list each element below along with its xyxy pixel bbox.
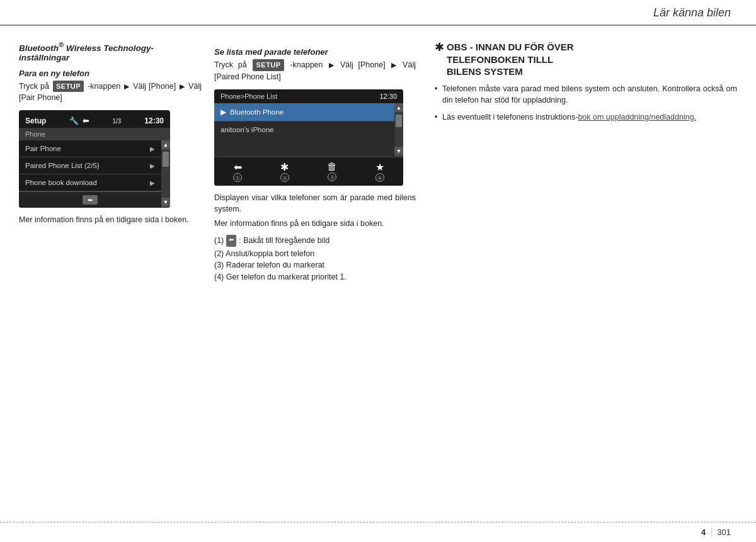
main-content: Bluetooth® Wireless Technology-inställni… <box>0 26 756 296</box>
scrollbar-thumb-mid <box>396 115 402 127</box>
scrollbar-mid: ▲ ▼ <box>394 103 403 157</box>
display-time-mid: 12:30 <box>379 93 397 100</box>
footer-page-info: 4 ┊ 301 <box>701 528 731 537</box>
btn-bluetooth[interactable]: ✱ ② <box>280 161 289 182</box>
display-back-row: ⬅ <box>19 191 161 208</box>
delete-icon: 🗑 <box>327 161 337 172</box>
row-iphone-label: anitoon's iPhone <box>220 126 274 133</box>
play-icon: ▶ <box>220 108 226 116</box>
setup-badge-left: SETUP <box>53 81 84 93</box>
col-right: ✱ OBS - INNAN DU FÖR ÖVER TELEFONBOKEN T… <box>428 41 737 283</box>
row-bluetooth-label: Bluetooth Phone <box>230 108 284 116</box>
mid-desc1-text: Displayen visar vilka telefoner som är p… <box>214 193 416 214</box>
row-arrow-phonebook: ▶ <box>150 179 155 186</box>
display-icons: 🔧 ⬅ <box>69 116 89 125</box>
col-left: Bluetooth® Wireless Technology-inställni… <box>19 41 214 283</box>
item-1: (1) ⬅ : Bakåt till föregående bild <box>214 235 416 247</box>
left-more-info: Mer information finns på en tidigare sid… <box>19 214 202 226</box>
obs-title: OBS - INNAN DU FÖR ÖVER TELEFONBOKEN TIL… <box>447 41 574 78</box>
item-1-text: : Bakåt till föregående bild <box>239 235 329 247</box>
mid-instr-mid: -knappen <box>290 60 328 69</box>
obs-bullet-2: Läs eventuellt i telefonens instruktions… <box>435 111 737 123</box>
obs-bullet-1: Telefonen måste vara parad med bilens sy… <box>435 83 737 107</box>
display-row-pair-phone: Pair Phone ▶ <box>19 140 161 157</box>
scrollbar-left: ▲ ▼ <box>161 140 170 208</box>
obs-title-line2: TELEFONBOKEN TILLL <box>447 54 574 66</box>
row-label-phonebook: Phone book download <box>25 179 97 186</box>
display-header-left: Setup 🔧 ⬅ 1/3 12:30 <box>19 114 170 128</box>
btn-num-3: ③ <box>328 172 336 181</box>
display-mid-rows: ▶ Bluetooth Phone anitoon's iPhone <box>214 103 394 157</box>
display-inner-left: Pair Phone ▶ Paired Phone List (2/5) ▶ P… <box>19 140 170 208</box>
btn-delete[interactable]: 🗑 ③ <box>327 161 337 182</box>
back-icon-btn: ⬅ <box>234 161 242 173</box>
back-button-display[interactable]: ⬅ <box>83 195 98 205</box>
bluetooth-icon: ✱ <box>280 161 289 173</box>
item-2: (2) Anslut/koppla bort telefon <box>214 248 416 260</box>
left-instruction: Tryck på SETUP -knappen ▶ Välj [Phone] ▶… <box>19 81 202 104</box>
display-rows: Pair Phone ▶ Paired Phone List (2/5) ▶ P… <box>19 140 161 208</box>
back-icon-header: ⬅ <box>83 116 89 125</box>
scroll-down-left[interactable]: ▼ <box>161 198 170 206</box>
bluetooth-text: Bluetooth <box>19 43 59 53</box>
subsection-title-para: Para en ny telefon <box>19 69 202 78</box>
mid-desc2: Mer information finns på en tidigare sid… <box>214 218 416 230</box>
display-label: Phone <box>19 128 170 140</box>
row-label-paired: Paired Phone List (2/5) <box>25 162 100 169</box>
display-bottom-buttons: ⬅ ① ✱ ② 🗑 ③ ★ ④ <box>214 157 403 186</box>
star-icon: ★ <box>375 161 384 173</box>
display-row-phonebook: Phone book download ▶ <box>19 174 161 191</box>
display-page: 1/3 <box>112 118 121 125</box>
scroll-up-mid[interactable]: ▲ <box>394 103 403 112</box>
mid-section-title: Se lista med parade telefoner <box>214 47 416 57</box>
mid-arrow-2: ▶ <box>391 60 396 71</box>
obs-title-line1: OBS - INNAN DU FÖR ÖVER <box>447 41 574 54</box>
display-row-paired-list: Paired Phone List (2/5) ▶ <box>19 157 161 174</box>
footer-divider: ┊ <box>709 528 714 537</box>
arrow-icon-2: ▶ <box>180 81 185 92</box>
header-title: Lär känna bilen <box>653 6 731 20</box>
page-footer: 4 ┊ 301 <box>0 522 756 542</box>
footer-section: 4 <box>701 528 706 537</box>
mid-instr-post: Välj [Phone] <box>340 60 390 69</box>
item-3: (3) Raderar telefon du markerat <box>214 259 416 271</box>
item-1-num: (1) <box>214 235 224 247</box>
setup-badge-mid: SETUP <box>253 59 284 71</box>
instr-pre: Tryck på <box>19 82 49 91</box>
page-header: Lär känna bilen <box>0 0 756 26</box>
obs-title-line3: BILENS SYSTEM <box>447 65 574 78</box>
display-title-left: Setup <box>25 116 46 125</box>
obs-star-icon: ✱ <box>435 41 444 55</box>
mid-arrow-1: ▶ <box>329 60 334 71</box>
display-time-left: 12:30 <box>144 116 164 125</box>
display-row-bluetooth-phone: ▶ Bluetooth Phone <box>214 103 394 121</box>
row-label-pair: Pair Phone <box>25 145 61 152</box>
car-display-left: Setup 🔧 ⬅ 1/3 12:30 Phone Pair Phone ▶ P… <box>19 110 170 208</box>
link-span: bok om uppladdning/nedladdning. <box>578 113 696 121</box>
footer-page-num: 301 <box>717 528 731 537</box>
mid-desc2-text: Mer information finns på en tidigare sid… <box>214 219 384 228</box>
btn-num-1: ① <box>233 173 242 182</box>
mid-instr-pre: Tryck på <box>214 60 247 69</box>
obs-header: ✱ OBS - INNAN DU FÖR ÖVER TELEFONBOKEN T… <box>435 41 737 78</box>
display-breadcrumb: Phone>Phone List <box>220 93 277 100</box>
btn-num-2: ② <box>280 173 289 182</box>
scroll-up-left[interactable]: ▲ <box>161 140 170 149</box>
item-4: (4) Ger telefon du markerat prioritet 1. <box>214 271 416 283</box>
mid-instruction: Tryck på SETUP -knappen ▶ Välj [Phone] ▶… <box>214 59 416 83</box>
col-mid: Se lista med parade telefoner Tryck på S… <box>214 41 428 283</box>
back-icon-inline: ⬅ <box>226 235 236 247</box>
wrench-icon: 🔧 <box>69 116 79 125</box>
btn-priority[interactable]: ★ ④ <box>375 161 384 182</box>
row-arrow-paired: ▶ <box>150 162 155 169</box>
btn-num-4: ④ <box>375 173 384 182</box>
display-empty-row <box>214 138 394 157</box>
mid-items: (1) ⬅ : Bakåt till föregående bild (2) A… <box>214 235 416 283</box>
instr-välj: Välj [Phone] <box>133 82 178 91</box>
scroll-down-mid[interactable]: ▼ <box>394 147 403 155</box>
mid-desc1: Displayen visar vilka telefoner som är p… <box>214 192 416 216</box>
btn-back[interactable]: ⬅ ① <box>233 161 242 182</box>
obs-bullet-2-text: Läs eventuellt i telefonens instruktions… <box>442 113 696 121</box>
obs-bullet-1-text: Telefonen måste vara parad med bilens sy… <box>442 84 737 105</box>
display-row-iphone: anitoon's iPhone <box>214 121 394 138</box>
